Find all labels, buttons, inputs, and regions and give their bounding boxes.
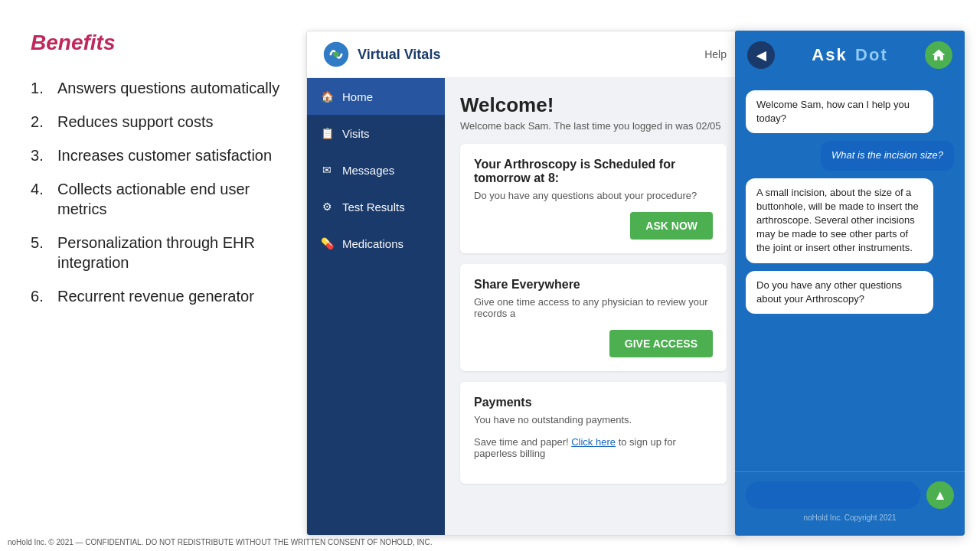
chat-input[interactable] [746,481,920,509]
chat-message-2: A small incision, about the size of a bu… [746,178,933,263]
share-title: Share Everywhere [474,278,713,292]
chat-input-row: ▲ [746,481,954,509]
sidebar-item-visits[interactable]: 📋Visits [307,115,445,152]
chat-title: Ask Dot [812,45,887,65]
logo-icon [322,41,350,68]
page-footer: noHold Inc. © 2021 — CONFIDENTIAL. DO NO… [8,538,432,546]
sidebar-label-messages: Messages [342,164,394,177]
svg-point-1 [333,51,338,57]
sidebar-item-medications[interactable]: 💊Medications [307,225,445,262]
app-body: 🏠Home📋Visits✉Messages⚙Test Results💊Medic… [307,78,742,536]
benefit-text-5: Personalization through EHR integration [57,233,283,272]
sidebar-item-messages[interactable]: ✉Messages [307,152,445,188]
app-logo: Virtual Vitals [322,41,440,68]
give-access-button[interactable]: GIVE ACCESS [609,330,713,357]
payments-card: Payments You have no outstanding payment… [460,382,727,484]
benefits-list: Answers questions automaticallyReduces s… [31,78,283,306]
test results-icon: ⚙ [319,199,335,214]
benefit-text-1: Answers questions automatically [57,78,283,98]
home-icon: 🏠 [319,89,335,104]
chat-panel: ◀ Ask Dot Welcome Sam, how can I help yo… [735,31,965,536]
sidebar-label-medications: Medications [342,237,403,250]
benefit-item-4: Collects actionable end user metrics [31,179,283,219]
benefits-panel: Benefits Answers questions automatically… [0,0,306,551]
payments-text2: Save time and paper! Click here to sign … [474,436,713,459]
chat-footer: ▲ noHold Inc. Copyright 2021 [735,471,965,536]
arthroscopy-title: Your Arthroscopy is Scheduled for tomorr… [474,158,713,185]
sidebar-item-test results[interactable]: ⚙Test Results [307,188,445,225]
welcome-title: Welcome! [460,93,727,117]
arthroscopy-card: Your Arthroscopy is Scheduled for tomorr… [460,144,727,253]
sidebar-label-test results: Test Results [342,201,405,214]
share-text: Give one time access to any physician to… [474,296,713,319]
chat-message-1: What is the incision size? [821,141,954,170]
benefit-text-6: Recurrent revenue generator [57,286,283,306]
benefit-item-6: Recurrent revenue generator [31,286,283,306]
chat-message-0: Welcome Sam, how can I help you today? [746,90,933,133]
sidebar-item-home[interactable]: 🏠Home [307,78,445,115]
benefit-text-2: Reduces support costs [57,112,283,132]
payments-title: Payments [474,396,713,409]
medications-icon: 💊 [319,236,335,251]
share-card: Share Everywhere Give one time access to… [460,264,727,371]
ask-now-button[interactable]: ASK NOW [630,212,713,240]
paperless-billing-link[interactable]: Click here [571,436,616,448]
benefit-text-3: Increases customer satisfaction [57,145,283,165]
chat-home-button[interactable] [925,41,952,69]
benefit-item-2: Reduces support costs [31,112,283,132]
chat-header: ◀ Ask Dot [735,31,965,80]
messages-icon: ✉ [319,162,335,178]
benefits-title: Benefits [31,31,283,55]
app-panel: Virtual Vitals Help 🏠Home📋Visits✉Message… [306,31,743,536]
app-main: Welcome! Welcome back Sam. The last time… [445,78,742,536]
chat-title-dot: Dot [855,45,888,64]
app-sidebar: 🏠Home📋Visits✉Messages⚙Test Results💊Medic… [307,78,445,536]
welcome-sub: Welcome back Sam. The last time you logg… [460,120,727,132]
benefit-item-5: Personalization through EHR integration [31,233,283,272]
chat-send-button[interactable]: ▲ [926,481,954,509]
sidebar-label-visits: Visits [342,127,370,140]
benefit-text-4: Collects actionable end user metrics [57,179,283,219]
arthroscopy-text: Do you have any questions about your pro… [474,190,713,201]
app-help-label[interactable]: Help [704,48,727,60]
chat-title-ask: Ask [812,45,847,64]
chat-message-3: Do you have any other questions about yo… [746,271,933,314]
payments-text1: You have no outstanding payments. [474,414,713,425]
chat-messages: Welcome Sam, how can I help you today?Wh… [735,80,965,471]
benefit-item-3: Increases customer satisfaction [31,145,283,165]
app-name: Virtual Vitals [358,47,440,63]
app-header: Virtual Vitals Help [307,31,742,78]
chat-back-button[interactable]: ◀ [747,41,775,69]
sidebar-label-home: Home [342,90,373,103]
home-icon [931,47,946,63]
payments-save-text: Save time and paper! [474,436,569,448]
chat-copyright: noHold Inc. Copyright 2021 [746,509,954,527]
benefit-item-1: Answers questions automatically [31,78,283,98]
visits-icon: 📋 [319,126,335,141]
